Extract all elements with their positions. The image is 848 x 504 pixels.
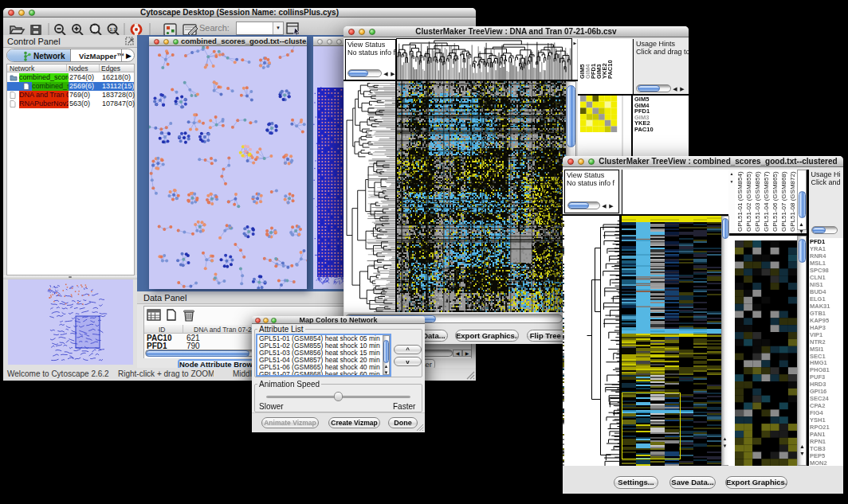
svg-text:1:1: 1:1 xyxy=(110,27,116,32)
